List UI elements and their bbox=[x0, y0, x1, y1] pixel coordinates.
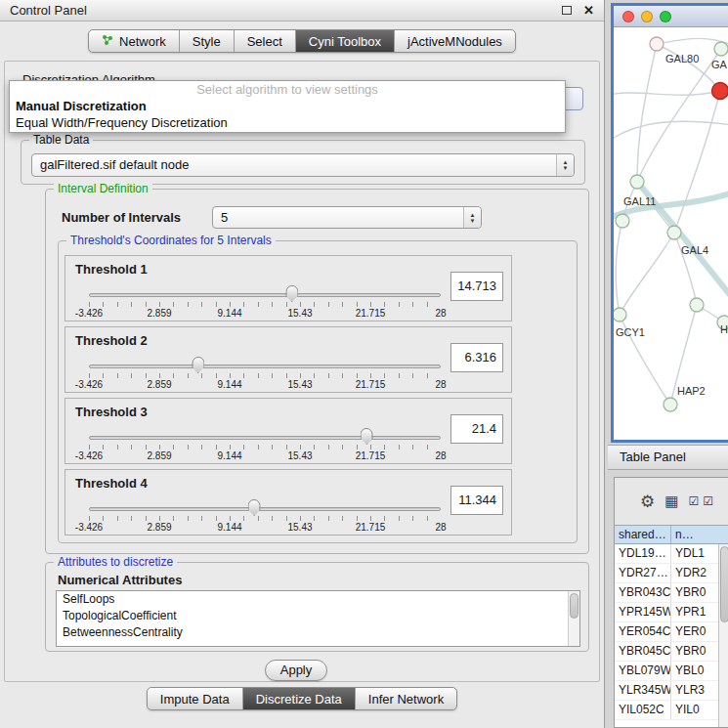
table-row[interactable]: YIL052CYIL0 bbox=[615, 701, 728, 720]
slider-ticks bbox=[89, 373, 441, 378]
select-all-checkbox-icon[interactable]: ☑ bbox=[688, 494, 699, 508]
tick-label: 9.144 bbox=[217, 379, 241, 390]
threshold-panel-4: Threshold 4 -3.4262.8599.14415.4321.7152… bbox=[64, 469, 512, 535]
number-of-intervals-select[interactable]: 5 ▲▼ bbox=[212, 206, 482, 229]
close-icon[interactable]: ✕ bbox=[583, 4, 594, 17]
list-item[interactable]: TopologicalCoefficient bbox=[57, 608, 579, 624]
tick-label: 28 bbox=[435, 308, 446, 319]
attributes-group: Attributes to discretize Numerical Attri… bbox=[45, 562, 589, 652]
list-item[interactable]: SelfLoops bbox=[57, 591, 579, 608]
threshold-panel-2: Threshold 2 -3.4262.8599.14415.4321.7152… bbox=[64, 326, 512, 393]
network-node[interactable] bbox=[667, 226, 681, 239]
numerical-attributes-list[interactable]: SelfLoopsTopologicalCoefficientBetweenne… bbox=[56, 590, 580, 647]
table-row[interactable]: YBR045CYBR0 bbox=[615, 642, 728, 662]
network-canvas[interactable]: GAL80GAGAL11GAL4GCY1HHAP2 bbox=[614, 27, 728, 440]
tab-cyni-toolbox[interactable]: Cyni Toolbox bbox=[296, 30, 395, 52]
select-none-checkbox-icon[interactable]: ☑ bbox=[703, 494, 713, 508]
threshold-value-field[interactable]: 6.316 bbox=[450, 343, 503, 372]
tick-label: 15.43 bbox=[287, 308, 312, 319]
table-cell: YBR045C bbox=[615, 642, 671, 661]
network-titlebar bbox=[614, 6, 728, 27]
tab-infer-network[interactable]: Infer Network bbox=[356, 688, 456, 709]
table-scrollbar[interactable] bbox=[718, 544, 728, 727]
thresholds-group: Threshold's Coordinates for 5 Intervals … bbox=[58, 240, 578, 543]
column-header-name[interactable]: n… bbox=[671, 526, 728, 543]
table-row[interactable]: YBL079WYBL0 bbox=[615, 662, 728, 681]
table-cell: YDL19… bbox=[615, 544, 671, 563]
dropdown-item-manual-discretization[interactable]: Manual Discretization bbox=[10, 98, 565, 114]
table-row[interactable]: YDR27…YDR2 bbox=[615, 564, 728, 583]
tick-label: 2.859 bbox=[147, 308, 171, 319]
table-row[interactable]: YER054CYER0 bbox=[615, 622, 728, 642]
network-node[interactable] bbox=[650, 37, 664, 51]
network-node[interactable] bbox=[664, 398, 677, 411]
slider-track[interactable] bbox=[89, 507, 441, 511]
slider-ticks bbox=[89, 302, 441, 307]
tab-label: Infer Network bbox=[368, 692, 444, 707]
gear-icon[interactable]: ⚙ bbox=[640, 492, 655, 512]
slider-ticks bbox=[89, 445, 441, 450]
list-item[interactable]: BetweennessCentrality bbox=[57, 624, 579, 641]
slider-thumb[interactable] bbox=[285, 285, 298, 302]
tab-label: Select bbox=[247, 34, 282, 49]
network-tab-icon bbox=[102, 34, 113, 49]
node-label: H bbox=[720, 323, 728, 335]
apply-button[interactable]: Apply bbox=[265, 660, 327, 681]
tick-label: 15.43 bbox=[287, 379, 312, 390]
network-node[interactable] bbox=[712, 83, 728, 100]
scrollbar-thumb[interactable] bbox=[720, 546, 728, 622]
table-row[interactable]: YDL19…YDL1 bbox=[615, 544, 728, 564]
tab-label: Cyni Toolbox bbox=[309, 34, 381, 49]
network-node[interactable] bbox=[614, 308, 626, 321]
table-cell: YDR27… bbox=[615, 564, 671, 582]
tick-labels: -3.4262.8599.14415.4321.71528 bbox=[89, 379, 441, 391]
slider-track[interactable] bbox=[89, 436, 441, 440]
slider-track[interactable] bbox=[89, 364, 441, 368]
tab-label: Discretize Data bbox=[256, 692, 342, 707]
top-tabbar: Network Style Select Cyni Toolbox jActiv… bbox=[88, 29, 516, 53]
tick-label: -3.426 bbox=[75, 308, 103, 319]
node-label: GAL4 bbox=[681, 244, 708, 256]
tab-impute-data[interactable]: Impute Data bbox=[148, 688, 243, 709]
table-data-select[interactable]: galFiltered.sif default node ▲▼ bbox=[31, 153, 575, 177]
network-node[interactable] bbox=[630, 175, 644, 189]
traffic-minimize[interactable] bbox=[641, 11, 653, 22]
tick-label: 9.144 bbox=[217, 308, 241, 319]
numerical-attributes-heading: Numerical Attributes bbox=[58, 573, 182, 587]
algorithm-dropdown: Select algorithm to view settings Manual… bbox=[9, 80, 566, 133]
tab-jactivemnodules[interactable]: jActiveMNodules bbox=[395, 30, 515, 52]
threshold-value-field[interactable]: 11.344 bbox=[450, 486, 503, 515]
columns-icon[interactable]: ▦ bbox=[664, 492, 678, 510]
tab-select[interactable]: Select bbox=[235, 30, 296, 52]
network-node[interactable] bbox=[690, 298, 704, 312]
threshold-label: Threshold 4 bbox=[75, 476, 148, 491]
node-label: GAL11 bbox=[623, 195, 656, 207]
network-node[interactable] bbox=[714, 42, 728, 56]
traffic-close[interactable] bbox=[622, 11, 634, 22]
bottom-tabbar: Impute Data Discretize Data Infer Networ… bbox=[147, 687, 457, 710]
node-label: HAP2 bbox=[677, 385, 706, 397]
column-header-shared-name[interactable]: shared… bbox=[615, 526, 671, 543]
slider-thumb[interactable] bbox=[192, 357, 204, 373]
scrollbar-thumb[interactable] bbox=[570, 593, 578, 619]
threshold-value-field[interactable]: 21.4 bbox=[450, 414, 503, 444]
slider-thumb[interactable] bbox=[248, 499, 261, 516]
tab-network[interactable]: Network bbox=[89, 30, 180, 52]
table-row[interactable]: YBR043CYBR0 bbox=[615, 583, 728, 603]
list-scrollbar[interactable] bbox=[568, 591, 579, 646]
slider-thumb[interactable] bbox=[361, 428, 373, 445]
tick-label: -3.426 bbox=[75, 379, 103, 390]
threshold-value-field[interactable]: 14.713 bbox=[450, 272, 503, 301]
table-row[interactable]: YPR145WYPR1 bbox=[615, 603, 728, 622]
network-node[interactable] bbox=[616, 214, 629, 228]
tick-label: 28 bbox=[435, 522, 446, 533]
dropdown-item-equal-width-frequency[interactable]: Equal Width/Frequency Discretization bbox=[10, 114, 565, 131]
tick-label: 2.859 bbox=[147, 522, 171, 533]
tick-labels: -3.4262.8599.14415.4321.71528 bbox=[89, 308, 441, 320]
float-window-icon[interactable] bbox=[562, 6, 572, 15]
tab-style[interactable]: Style bbox=[180, 30, 235, 52]
traffic-zoom[interactable] bbox=[660, 11, 671, 22]
table-row[interactable]: YLR345WYLR3 bbox=[615, 681, 728, 701]
tab-discretize-data[interactable]: Discretize Data bbox=[243, 688, 356, 709]
slider-track[interactable] bbox=[89, 293, 441, 297]
